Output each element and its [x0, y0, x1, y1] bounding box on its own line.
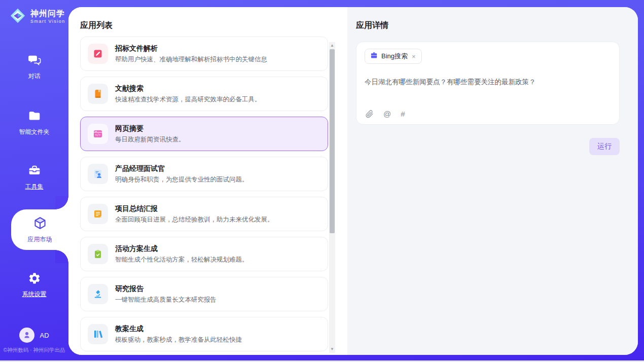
sidebar-item-chat[interactable]: 对话 [0, 54, 68, 81]
content-area: 应用列表 招标文件解析 帮助用户快速、准确地理解和解析招标书中的关键信息 [68, 7, 638, 355]
tool-chip-label: Bing搜索 [381, 52, 408, 61]
sidebar-item-label: 对话 [0, 72, 68, 81]
app-card-desc: 一键智能生成高质量长文本研究报告 [115, 296, 217, 304]
query-input[interactable]: 今日湖北有哪些新闻要点？有哪些需要关注的最新政策？ [365, 77, 611, 87]
sidebar-item-settings[interactable]: 系统设置 [0, 272, 68, 299]
sidebar-item-label: 系统设置 [0, 290, 68, 299]
cube-icon [33, 216, 47, 232]
app-card-event-plan[interactable]: 活动方案生成 智能生成个性化活动方案，轻松解决规划难题。 [80, 237, 328, 271]
scroll-down-arrow-icon[interactable]: ▼ [329, 346, 335, 353]
avatar [19, 328, 34, 343]
copyright-text: ©神州数码 · 神州问学出品 [0, 347, 68, 354]
compose-toolbar: @ # [366, 110, 405, 118]
user-name: AD [40, 332, 49, 339]
app-card-literature-search[interactable]: 文献搜索 快速精准查找学术资源，提高研究效率的必备工具。 [80, 77, 328, 111]
app-card-title: 产品经理面试官 [115, 164, 248, 173]
app-card-title: 教案生成 [115, 324, 242, 334]
app-card-lesson-plan[interactable]: 教案生成 模板驱动，教案秒成，教学准备从此轻松快捷 [80, 317, 328, 351]
app-card-title: 文献搜索 [115, 84, 261, 93]
app-detail-title: 应用详情 [356, 20, 388, 31]
brand-diamond-icon [9, 7, 27, 27]
toolbox-icon [28, 164, 41, 179]
app-card-pm-interviewer[interactable]: 产品经理面试官 明确身份和职责，为您提供专业性的面试问题。 [80, 157, 328, 191]
gear-icon [28, 272, 41, 287]
sidebar-item-smart-folders[interactable]: 智能文件夹 [0, 110, 68, 136]
tool-chip-bing-search[interactable]: Bing搜索 × [365, 49, 422, 64]
list-scrollbar[interactable]: ▲ ▼ [329, 42, 335, 353]
app-detail-panel: 应用详情 Bing搜索 × 今日湖北有哪些新闻要点？有哪些需要关注的最新政策？ [347, 7, 638, 355]
app-card-desc: 明确身份和职责，为您提供专业性的面试问题。 [115, 175, 248, 184]
app-card-desc: 全面回顾项目进展，总结经验教训，助力未来优化发展。 [115, 215, 274, 224]
app-card-bid-analysis[interactable]: 招标文件解析 帮助用户快速、准确地理解和解析招标书中的关键信息 [80, 37, 328, 71]
report-note-icon [88, 204, 108, 224]
brand-logo: 神州问学 Smart Vision [9, 7, 65, 27]
close-icon[interactable]: × [411, 53, 416, 60]
run-button[interactable]: 运行 [589, 138, 620, 155]
app-card-desc: 帮助用户快速、准确地理解和解析招标书中的关键信息 [115, 55, 267, 64]
sidebar-item-label: 应用市场 [28, 235, 52, 244]
app-card-research-report[interactable]: 研究报告 一键智能生成高质量长文本研究报告 [80, 277, 328, 311]
app-card-title: 网页摘要 [115, 124, 185, 133]
mention-icon[interactable]: @ [383, 110, 391, 118]
app-frame: 神州问学 Smart Vision 对话 智能文件夹 [0, 0, 644, 360]
folder-icon [28, 110, 41, 125]
research-icon [88, 284, 108, 304]
interviewer-icon [88, 164, 108, 184]
app-card-desc: 模板驱动，教案秒成，教学准备从此轻松快捷 [115, 336, 242, 344]
compose-card: Bing搜索 × 今日湖北有哪些新闻要点？有哪些需要关注的最新政策？ @ # [356, 42, 620, 125]
user-account[interactable]: AD [0, 328, 68, 343]
document-edit-icon [88, 44, 108, 64]
webpage-code-icon: </> [88, 124, 108, 144]
app-card-title: 研究报告 [115, 284, 217, 294]
clipboard-check-icon [88, 244, 108, 264]
app-card-desc: 快速精准查找学术资源，提高研究效率的必备工具。 [115, 95, 261, 104]
app-card-webpage-summary[interactable]: </> 网页摘要 每日政府新闻资讯快查。 [80, 117, 328, 151]
app-list-title: 应用列表 [80, 20, 113, 31]
app-card-list: 招标文件解析 帮助用户快速、准确地理解和解析招标书中的关键信息 文献搜索 [80, 37, 328, 355]
chat-icon [28, 54, 41, 69]
scroll-up-arrow-icon[interactable]: ▲ [329, 42, 335, 49]
app-card-title: 活动方案生成 [115, 244, 248, 254]
attachment-icon[interactable] [366, 110, 374, 118]
sidebar: 神州问学 Smart Vision 对话 智能文件夹 [0, 0, 68, 360]
app-card-desc: 智能生成个性化活动方案，轻松解决规划难题。 [115, 256, 248, 264]
sidebar-item-toolset[interactable]: 工具集 [0, 164, 68, 191]
brand-subtitle: Smart Vision [30, 19, 65, 24]
svg-text:</>: </> [95, 133, 100, 136]
briefcase-icon [370, 52, 378, 61]
brand-name: 神州问学 [30, 9, 65, 18]
notch-bottom [55, 250, 68, 263]
sidebar-item-label: 工具集 [0, 183, 68, 191]
sidebar-item-app-market[interactable]: 应用市场 [11, 209, 68, 250]
books-icon [88, 324, 108, 344]
app-card-title: 项目总结汇报 [115, 204, 274, 213]
app-card-desc: 每日政府新闻资讯快查。 [115, 135, 185, 144]
app-list-panel: 应用列表 招标文件解析 帮助用户快速、准确地理解和解析招标书中的关键信息 [68, 7, 347, 355]
notch-top [55, 196, 68, 209]
sidebar-item-label: 智能文件夹 [0, 128, 68, 136]
app-card-project-summary[interactable]: 项目总结汇报 全面回顾项目进展，总结经验教训，助力未来优化发展。 [80, 197, 328, 231]
scrollbar-thumb[interactable] [330, 49, 335, 233]
book-icon [88, 84, 108, 104]
app-card-title: 招标文件解析 [115, 44, 267, 53]
hash-icon[interactable]: # [401, 110, 405, 118]
